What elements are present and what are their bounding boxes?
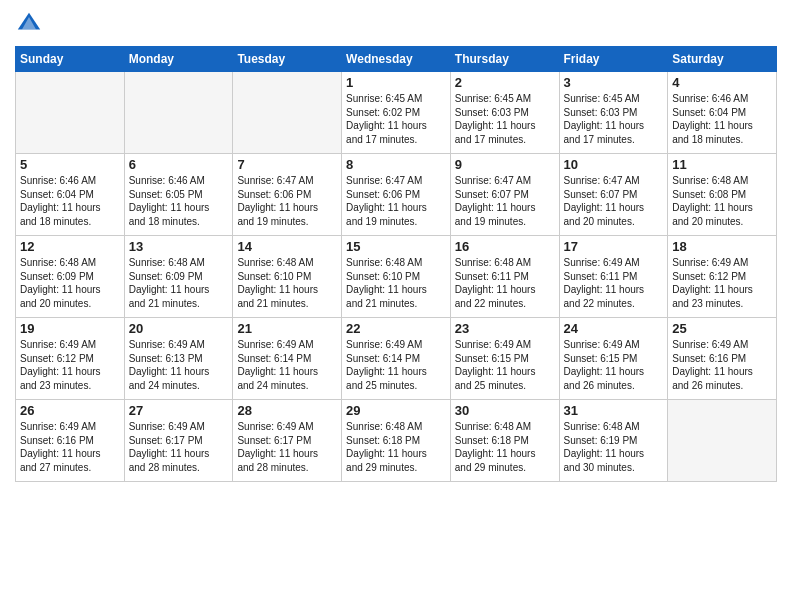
- day-number: 21: [237, 321, 337, 336]
- calendar-day-header: Friday: [559, 47, 668, 72]
- calendar-day-cell: 25Sunrise: 6:49 AM Sunset: 6:16 PM Dayli…: [668, 318, 777, 400]
- logo: [15, 10, 47, 38]
- calendar-day-cell: 19Sunrise: 6:49 AM Sunset: 6:12 PM Dayli…: [16, 318, 125, 400]
- calendar-week-row: 26Sunrise: 6:49 AM Sunset: 6:16 PM Dayli…: [16, 400, 777, 482]
- calendar-day-cell: 2Sunrise: 6:45 AM Sunset: 6:03 PM Daylig…: [450, 72, 559, 154]
- calendar-day-header: Thursday: [450, 47, 559, 72]
- day-info: Sunrise: 6:45 AM Sunset: 6:03 PM Dayligh…: [455, 92, 555, 146]
- day-info: Sunrise: 6:49 AM Sunset: 6:12 PM Dayligh…: [20, 338, 120, 392]
- day-info: Sunrise: 6:49 AM Sunset: 6:14 PM Dayligh…: [346, 338, 446, 392]
- calendar-day-cell: [233, 72, 342, 154]
- calendar-day-cell: 30Sunrise: 6:48 AM Sunset: 6:18 PM Dayli…: [450, 400, 559, 482]
- day-info: Sunrise: 6:48 AM Sunset: 6:09 PM Dayligh…: [20, 256, 120, 310]
- day-info: Sunrise: 6:45 AM Sunset: 6:02 PM Dayligh…: [346, 92, 446, 146]
- day-info: Sunrise: 6:48 AM Sunset: 6:10 PM Dayligh…: [237, 256, 337, 310]
- calendar-day-cell: 4Sunrise: 6:46 AM Sunset: 6:04 PM Daylig…: [668, 72, 777, 154]
- day-info: Sunrise: 6:49 AM Sunset: 6:16 PM Dayligh…: [672, 338, 772, 392]
- day-number: 1: [346, 75, 446, 90]
- calendar-day-cell: 21Sunrise: 6:49 AM Sunset: 6:14 PM Dayli…: [233, 318, 342, 400]
- day-info: Sunrise: 6:49 AM Sunset: 6:12 PM Dayligh…: [672, 256, 772, 310]
- day-info: Sunrise: 6:49 AM Sunset: 6:15 PM Dayligh…: [564, 338, 664, 392]
- day-info: Sunrise: 6:46 AM Sunset: 6:04 PM Dayligh…: [672, 92, 772, 146]
- day-number: 12: [20, 239, 120, 254]
- day-info: Sunrise: 6:46 AM Sunset: 6:04 PM Dayligh…: [20, 174, 120, 228]
- calendar-day-cell: 16Sunrise: 6:48 AM Sunset: 6:11 PM Dayli…: [450, 236, 559, 318]
- day-number: 3: [564, 75, 664, 90]
- day-number: 17: [564, 239, 664, 254]
- day-number: 25: [672, 321, 772, 336]
- day-number: 8: [346, 157, 446, 172]
- day-number: 18: [672, 239, 772, 254]
- day-number: 28: [237, 403, 337, 418]
- calendar-day-cell: 7Sunrise: 6:47 AM Sunset: 6:06 PM Daylig…: [233, 154, 342, 236]
- calendar-day-cell: 11Sunrise: 6:48 AM Sunset: 6:08 PM Dayli…: [668, 154, 777, 236]
- calendar-week-row: 1Sunrise: 6:45 AM Sunset: 6:02 PM Daylig…: [16, 72, 777, 154]
- calendar-day-cell: 15Sunrise: 6:48 AM Sunset: 6:10 PM Dayli…: [342, 236, 451, 318]
- logo-icon: [15, 10, 43, 38]
- calendar-day-cell: [124, 72, 233, 154]
- day-info: Sunrise: 6:49 AM Sunset: 6:14 PM Dayligh…: [237, 338, 337, 392]
- day-number: 6: [129, 157, 229, 172]
- calendar-day-cell: 18Sunrise: 6:49 AM Sunset: 6:12 PM Dayli…: [668, 236, 777, 318]
- calendar-day-cell: 12Sunrise: 6:48 AM Sunset: 6:09 PM Dayli…: [16, 236, 125, 318]
- calendar-day-header: Saturday: [668, 47, 777, 72]
- day-number: 24: [564, 321, 664, 336]
- day-number: 11: [672, 157, 772, 172]
- calendar-day-cell: 14Sunrise: 6:48 AM Sunset: 6:10 PM Dayli…: [233, 236, 342, 318]
- day-number: 10: [564, 157, 664, 172]
- day-number: 22: [346, 321, 446, 336]
- calendar-day-cell: 5Sunrise: 6:46 AM Sunset: 6:04 PM Daylig…: [16, 154, 125, 236]
- day-info: Sunrise: 6:48 AM Sunset: 6:18 PM Dayligh…: [346, 420, 446, 474]
- day-info: Sunrise: 6:49 AM Sunset: 6:13 PM Dayligh…: [129, 338, 229, 392]
- day-info: Sunrise: 6:48 AM Sunset: 6:08 PM Dayligh…: [672, 174, 772, 228]
- day-info: Sunrise: 6:49 AM Sunset: 6:11 PM Dayligh…: [564, 256, 664, 310]
- calendar-day-header: Sunday: [16, 47, 125, 72]
- header: [15, 10, 777, 38]
- day-number: 4: [672, 75, 772, 90]
- calendar-day-cell: [668, 400, 777, 482]
- day-number: 7: [237, 157, 337, 172]
- calendar-day-cell: 28Sunrise: 6:49 AM Sunset: 6:17 PM Dayli…: [233, 400, 342, 482]
- calendar-day-cell: [16, 72, 125, 154]
- day-number: 16: [455, 239, 555, 254]
- day-number: 30: [455, 403, 555, 418]
- calendar-day-cell: 9Sunrise: 6:47 AM Sunset: 6:07 PM Daylig…: [450, 154, 559, 236]
- day-info: Sunrise: 6:47 AM Sunset: 6:06 PM Dayligh…: [346, 174, 446, 228]
- day-number: 15: [346, 239, 446, 254]
- day-info: Sunrise: 6:48 AM Sunset: 6:18 PM Dayligh…: [455, 420, 555, 474]
- day-number: 31: [564, 403, 664, 418]
- day-number: 29: [346, 403, 446, 418]
- calendar-day-cell: 31Sunrise: 6:48 AM Sunset: 6:19 PM Dayli…: [559, 400, 668, 482]
- calendar-day-header: Tuesday: [233, 47, 342, 72]
- calendar-day-cell: 22Sunrise: 6:49 AM Sunset: 6:14 PM Dayli…: [342, 318, 451, 400]
- calendar-week-row: 5Sunrise: 6:46 AM Sunset: 6:04 PM Daylig…: [16, 154, 777, 236]
- calendar-week-row: 12Sunrise: 6:48 AM Sunset: 6:09 PM Dayli…: [16, 236, 777, 318]
- day-info: Sunrise: 6:48 AM Sunset: 6:19 PM Dayligh…: [564, 420, 664, 474]
- calendar-header-row: SundayMondayTuesdayWednesdayThursdayFrid…: [16, 47, 777, 72]
- day-info: Sunrise: 6:47 AM Sunset: 6:07 PM Dayligh…: [455, 174, 555, 228]
- day-number: 13: [129, 239, 229, 254]
- day-number: 23: [455, 321, 555, 336]
- day-info: Sunrise: 6:49 AM Sunset: 6:17 PM Dayligh…: [237, 420, 337, 474]
- calendar-day-cell: 17Sunrise: 6:49 AM Sunset: 6:11 PM Dayli…: [559, 236, 668, 318]
- day-info: Sunrise: 6:46 AM Sunset: 6:05 PM Dayligh…: [129, 174, 229, 228]
- day-info: Sunrise: 6:49 AM Sunset: 6:16 PM Dayligh…: [20, 420, 120, 474]
- calendar-day-cell: 1Sunrise: 6:45 AM Sunset: 6:02 PM Daylig…: [342, 72, 451, 154]
- calendar-day-cell: 3Sunrise: 6:45 AM Sunset: 6:03 PM Daylig…: [559, 72, 668, 154]
- calendar-day-cell: 8Sunrise: 6:47 AM Sunset: 6:06 PM Daylig…: [342, 154, 451, 236]
- day-info: Sunrise: 6:47 AM Sunset: 6:07 PM Dayligh…: [564, 174, 664, 228]
- calendar-day-header: Monday: [124, 47, 233, 72]
- calendar-day-cell: 10Sunrise: 6:47 AM Sunset: 6:07 PM Dayli…: [559, 154, 668, 236]
- day-number: 26: [20, 403, 120, 418]
- day-info: Sunrise: 6:48 AM Sunset: 6:10 PM Dayligh…: [346, 256, 446, 310]
- day-number: 19: [20, 321, 120, 336]
- day-info: Sunrise: 6:48 AM Sunset: 6:11 PM Dayligh…: [455, 256, 555, 310]
- calendar-day-cell: 13Sunrise: 6:48 AM Sunset: 6:09 PM Dayli…: [124, 236, 233, 318]
- day-number: 2: [455, 75, 555, 90]
- day-info: Sunrise: 6:47 AM Sunset: 6:06 PM Dayligh…: [237, 174, 337, 228]
- page: SundayMondayTuesdayWednesdayThursdayFrid…: [0, 0, 792, 612]
- calendar-day-cell: 6Sunrise: 6:46 AM Sunset: 6:05 PM Daylig…: [124, 154, 233, 236]
- calendar-day-header: Wednesday: [342, 47, 451, 72]
- calendar-day-cell: 23Sunrise: 6:49 AM Sunset: 6:15 PM Dayli…: [450, 318, 559, 400]
- day-info: Sunrise: 6:49 AM Sunset: 6:15 PM Dayligh…: [455, 338, 555, 392]
